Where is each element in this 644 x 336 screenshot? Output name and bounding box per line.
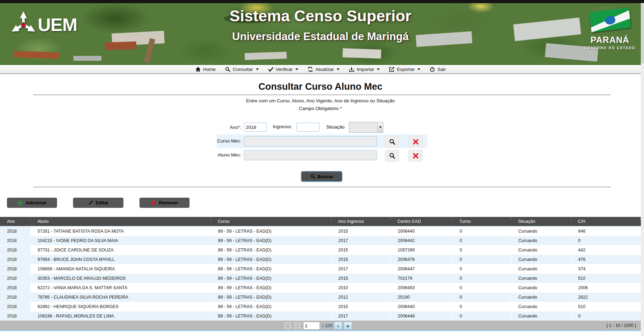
table-cell: 30353 - MARCELO DE ARAUJO MEDEIROS [30,273,211,283]
column-header: Ano [0,217,30,226]
chevron-down-icon [417,68,420,70]
nav-item-verificar[interactable]: Verificar [268,66,299,72]
curso-search-button[interactable] [385,136,399,147]
parana-flag-icon [588,7,632,33]
nav-item-label: Exportar [397,67,415,72]
nav-item-importar[interactable]: Importar [349,66,380,72]
table-row[interactable]: 201878785 - CLAUDINEA SILVA ROCHA PEREIR… [0,292,641,302]
table-cell: 89 - 59 - LETRAS - EAD(D) [211,255,331,264]
nav-item-label: Home [203,67,216,72]
pencil-icon [88,200,93,205]
table-cell: 2822 [571,292,641,302]
nav-item-exportar[interactable]: Exportar [389,66,420,72]
table-cell: 2006440 [391,302,452,311]
table-cell: Cursando [511,255,571,264]
table-row[interactable]: 201897654 - BRUCE JOHN COSTA MYHILL89 - … [0,255,641,264]
chevron-down-icon [337,68,339,70]
table-cell: 89 - 59 - LETRAS - EAD(D) [211,226,331,236]
table-cell: 89 - 59 - LETRAS - EAD(D) [211,273,331,283]
situacao-select[interactable] [349,122,383,133]
divider [33,187,611,187]
table-cell: 2018 [0,226,30,236]
table-cell: 0 [571,311,641,321]
table-cell: 2015 [331,245,391,255]
pagination-last-button[interactable]: » [344,322,352,330]
table-cell: Cursando [511,311,571,321]
curso-mec-input[interactable] [244,136,377,146]
table-cell: 2006446 [391,311,452,321]
table-cell: 62892 - HENRIQUE SIQUEIRA BORGES [30,302,211,311]
check-icon [268,66,274,72]
remover-button[interactable]: Remover [139,198,189,208]
column-header: Turno [452,217,511,226]
refresh-icon [307,66,313,72]
aluno-search-button[interactable] [385,150,399,161]
editar-button[interactable]: Editar [73,198,123,208]
year-label: Ano*: [210,125,241,130]
table-row[interactable]: 201830353 - MARCELO DE ARAUJO MEDEIROS89… [0,273,641,283]
parana-name: PARANÁ [581,35,639,45]
table-cell: 62272 - VANIA MARIA DA S. MATTAR SANTA [30,283,211,292]
plus-icon [17,200,23,206]
curso-clear-button[interactable] [408,136,423,147]
table-cell: Cursando [511,273,571,283]
table-cell: 89 - 59 - LETRAS - EAD(D) [211,302,331,311]
year-input[interactable] [244,123,267,132]
results-table: AnoAlunoCursoAno IngressoCentro EADTurno… [0,217,641,321]
table-cell: 0 [452,226,511,236]
scrollbar[interactable] [641,0,644,336]
adicionar-button[interactable]: Adicionar [7,198,57,208]
table-cell: 89 - 59 - LETRAS - EAD(D) [211,264,331,273]
table-cell: 2006447 [391,264,452,273]
table-row[interactable]: 201862272 - VANIA MARIA DA S. MATTAR SAN… [0,283,641,292]
nav-item-atualizar[interactable]: Atualizar [307,66,339,72]
table-row[interactable]: 201857261 - TATIANE BATISTA ROSA DA MOTA… [0,226,641,236]
table-cell: 89 - 59 - LETRAS - EAD(D) [211,292,331,302]
pagination-next-button[interactable]: › [334,322,342,330]
search-icon [389,138,396,145]
table-cell: 2006476 [391,255,452,264]
ingresso-label: Ingresso: [273,124,292,129]
table-cell: 25190 [391,292,452,302]
table-cell: 2018 [0,255,30,264]
table-row[interactable]: 201897731 - JOICE CAROLINE DE SOUZA89 - … [0,245,641,255]
curso-mec-label: Curso Mec: [203,138,241,144]
chevron-down-icon [379,126,382,128]
table-row[interactable]: 201862892 - HENRIQUE SIQUEIRA BORGES89 -… [0,302,641,311]
table-cell: 0 [452,264,511,273]
nav-item-home[interactable]: Home [195,66,216,72]
buscar-button[interactable]: Buscar [301,171,342,182]
page-number-input[interactable] [303,322,320,330]
editar-label: Editar [96,200,109,205]
table-cell: 2015 [331,302,391,311]
table-cell: 106196 - RAFAEL MORALES DE LIMA [30,311,211,321]
page-total-label: / 100 [322,323,332,328]
aluno-clear-button[interactable] [408,150,423,161]
scrollbar-thumb[interactable] [641,4,644,64]
table-cell: 2018 [0,311,30,321]
table-cell: 0 [452,236,511,245]
table-cell: 89 - 59 - LETRAS - EAD(D) [211,236,331,245]
ingresso-input[interactable] [296,123,320,132]
table-cell: 0 [452,245,511,255]
pagination-prev-button: ‹ [293,322,302,330]
table-row[interactable]: 2018104215 - IVONE PEDRO DA SILVA MAIA89… [0,236,641,245]
nav-item-label: Consultar [233,67,253,72]
select-strip [377,122,383,132]
table-row[interactable]: 2018106658 - AMANDA NATALIA SIQUEIRA89 -… [0,264,641,273]
table-cell: 0 [571,236,641,245]
table-row[interactable]: 2018106196 - RAFAEL MORALES DE LIMA89 - … [0,311,641,321]
aluno-mec-input[interactable] [244,150,377,160]
table-cell: 89 - 59 - LETRAS - EAD(D) [211,311,331,321]
table-cell: 1057269 [391,245,452,255]
table-cell: 57261 - TATIANE BATISTA ROSA DA MOTA [30,226,211,236]
nav-item-consultar[interactable]: Consultar [225,66,259,72]
app-window: UEM Sistema Censo Superior Universidade … [0,0,644,336]
column-header: Aluno [30,217,211,226]
table-cell: 2006440 [391,226,452,236]
table-cell: 2006 [571,283,641,292]
adicionar-label: Adicionar [26,200,46,205]
nav-item-sair[interactable]: Sair [429,66,446,72]
table-cell: 0 [452,283,511,292]
nav-item-label: Atualizar [315,67,334,72]
